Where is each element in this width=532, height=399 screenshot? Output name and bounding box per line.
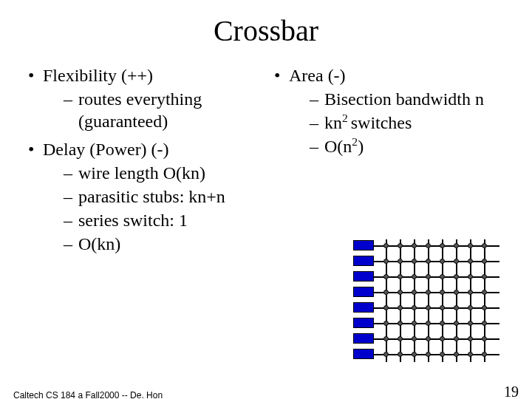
crossbar-vline: [442, 239, 443, 362]
crossbar-switch-icon: [412, 352, 417, 357]
crossbar-switch-icon: [454, 336, 459, 341]
crossbar-switch-icon: [383, 305, 389, 310]
crossbar-switch-icon: [412, 321, 417, 326]
crossbar-switch-icon: [440, 321, 445, 326]
crossbar-switch-icon: [383, 274, 389, 279]
footer-left: Caltech CS 184 a Fall2000 -- De. Hon: [13, 390, 163, 399]
bullet-area: Area (-) Bisection bandwidth n kn2 switc…: [270, 64, 508, 157]
crossbar-switch-icon: [398, 305, 403, 310]
content-columns: Flexibility (++) routes everything (guar…: [0, 61, 532, 261]
crossbar-switch-icon: [440, 305, 445, 310]
crossbar-switch-icon: [440, 352, 445, 357]
crossbar-switch-icon: [398, 259, 403, 264]
crossbar-source-box: [353, 333, 374, 344]
crossbar-switch-icon: [482, 274, 487, 279]
crossbar-hline: [374, 338, 499, 340]
superscript: 2: [342, 112, 351, 124]
crossbar-switch-icon: [426, 336, 431, 341]
crossbar-source-box: [353, 349, 374, 359]
crossbar-switch-icon: [440, 290, 445, 295]
bullet-text: Area (-): [289, 66, 346, 85]
crossbar-switch-icon: [398, 336, 403, 341]
slide: Crossbar Flexibility (++) routes everyth…: [0, 13, 532, 399]
crossbar-source-box: [353, 271, 374, 282]
sub-okn: O(kn): [64, 233, 262, 255]
bullet-text: Delay (Power) (-): [43, 140, 169, 159]
crossbar-switch-icon: [468, 290, 473, 295]
crossbar-switch-icon: [454, 290, 459, 295]
crossbar-switch-icon: [383, 290, 389, 295]
sub-wire-length: wire length O(kn): [64, 162, 262, 184]
crossbar-switch-icon: [482, 305, 487, 310]
crossbar-switch-icon: [468, 259, 473, 264]
crossbar-switch-icon: [412, 243, 417, 248]
crossbar-switch-icon: [468, 321, 473, 326]
crossbar-switch-icon: [426, 290, 431, 295]
crossbar-switch-icon: [398, 243, 403, 248]
crossbar-vline: [428, 239, 429, 362]
crossbar-switch-icon: [426, 259, 431, 264]
delay-sublist: wire length O(kn) parasitic stubs: kn+n …: [43, 162, 262, 255]
superscript: 2: [352, 135, 358, 148]
crossbar-switch-icon: [468, 243, 473, 248]
left-column: Flexibility (++) routes everything (guar…: [24, 61, 262, 261]
crossbar-switch-icon: [440, 274, 445, 279]
crossbar-switch-icon: [383, 243, 389, 248]
footer-page-number: 19: [504, 383, 519, 399]
crossbar-source-box: [353, 256, 374, 266]
crossbar-vline: [386, 239, 387, 362]
crossbar-switch-icon: [454, 321, 459, 326]
crossbar-switch-icon: [383, 352, 389, 357]
text: ): [358, 137, 364, 156]
crossbar-vline: [470, 239, 471, 362]
crossbar-switch-icon: [426, 321, 431, 326]
left-list: Flexibility (++) routes everything (guar…: [24, 64, 262, 255]
crossbar-source-box: [353, 287, 374, 297]
crossbar-hline: [374, 261, 499, 262]
crossbar-switch-icon: [482, 259, 487, 264]
crossbar-switch-icon: [383, 321, 389, 326]
crossbar-switch-icon: [412, 290, 417, 295]
text: switches: [351, 113, 412, 132]
crossbar-switch-icon: [468, 352, 473, 357]
crossbar-switch-icon: [454, 259, 459, 264]
flex-sublist: routes everything (guaranteed): [43, 88, 262, 132]
crossbar-switch-icon: [412, 305, 417, 310]
crossbar-switch-icon: [482, 321, 487, 326]
crossbar-switch-icon: [398, 290, 403, 295]
crossbar-hline: [374, 292, 499, 293]
crossbar-switch-icon: [468, 336, 473, 341]
sub-parasitic: parasitic stubs: kn+n: [64, 185, 262, 208]
crossbar-source-box: [353, 240, 374, 250]
bullet-text: Flexibility (++): [43, 66, 153, 85]
crossbar-hline: [374, 354, 499, 355]
right-column: Area (-) Bisection bandwidth n kn2 switc…: [262, 61, 508, 261]
crossbar-switch-icon: [426, 243, 431, 248]
sub-bisection: Bisection bandwidth n: [310, 88, 508, 110]
crossbar-switch-icon: [454, 243, 459, 248]
crossbar-switch-icon: [426, 274, 431, 279]
crossbar-vline: [414, 239, 415, 362]
crossbar-switch-icon: [383, 336, 389, 341]
crossbar-switch-icon: [454, 274, 459, 279]
crossbar-switch-icon: [468, 305, 473, 310]
crossbar-switch-icon: [412, 259, 417, 264]
crossbar-switch-icon: [426, 305, 431, 310]
crossbar-switch-icon: [426, 352, 431, 357]
crossbar-switch-icon: [398, 352, 403, 357]
crossbar-switch-icon: [482, 290, 487, 295]
crossbar-switch-icon: [440, 259, 445, 264]
right-list: Area (-) Bisection bandwidth n kn2 switc…: [270, 64, 508, 157]
sub-kn2: kn2 switches: [310, 112, 508, 134]
crossbar-switch-icon: [412, 336, 417, 341]
crossbar-hline: [374, 245, 499, 247]
crossbar-hline: [374, 307, 499, 309]
bullet-flexibility: Flexibility (++) routes everything (guar…: [24, 64, 262, 132]
crossbar-switch-icon: [482, 336, 487, 341]
text: kn: [324, 113, 342, 132]
crossbar-switch-icon: [482, 243, 487, 248]
crossbar-switch-icon: [383, 259, 389, 264]
crossbar-switch-icon: [440, 336, 445, 341]
crossbar-source-box: [353, 318, 374, 328]
crossbar-hline: [374, 276, 499, 278]
